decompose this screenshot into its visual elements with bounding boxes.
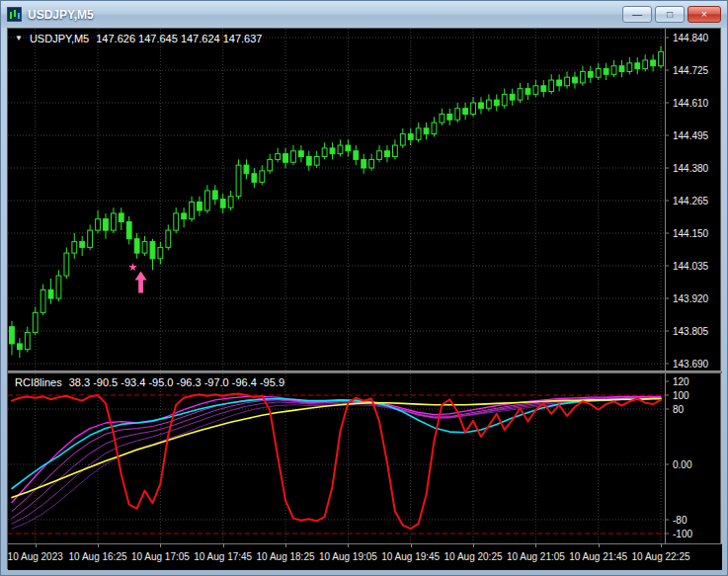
indicator-scale-label: 0.00 [673,459,692,470]
candle-body [494,100,499,106]
candle-body [276,154,281,160]
candle-body [10,327,15,344]
candle-body [518,89,523,100]
minimize-button[interactable]: — [622,6,652,23]
price-chart-panel[interactable]: 144.840144.725144.610144.495144.380144.2… [8,29,722,370]
restore-button[interactable]: □ [655,6,685,23]
candle-body [479,103,484,109]
candle-body [220,200,225,208]
time-label: 10 Aug 17:45 [194,551,252,562]
candle-body [611,66,616,75]
price-scale-label: 143.690 [673,359,709,370]
price-scale-label: 144.840 [673,33,709,43]
buy-arrow-icon [135,271,147,292]
indicator-scale-label: 100 [673,390,689,401]
candle-body [314,157,319,166]
candle-body [283,154,288,163]
indicator-scale-label: 120 [673,376,689,387]
symbol-period-label: USDJPY,M5 [30,33,89,44]
indicator-panel[interactable]: 120100800.00-80-100 RCI8lines 38.3 -90.5… [8,373,722,543]
window-title: USDJPY,M5 [28,8,94,22]
candle-body [362,159,366,168]
price-scale-label: 144.035 [673,261,709,272]
time-label: 10 Aug 18:25 [257,551,315,562]
candle-body [392,145,397,156]
candle-body [72,242,77,253]
candle-body [150,242,155,259]
candle-body [354,151,359,160]
candle-body [659,51,664,65]
ohlc-values: 147.626 147.645 147.624 147.637 [96,33,262,44]
candle-body [228,197,233,207]
candle-body [627,63,632,72]
indicator-name: RCI8lines [15,376,62,388]
candle-body [377,151,382,160]
candle-body [619,66,624,72]
candle-body [111,213,116,230]
candle-body [416,128,421,139]
title-bar[interactable]: USDJPY,M5 — □ × [1,1,727,28]
candle-body [643,60,648,69]
close-button[interactable]: × [688,6,721,23]
chart-client-area: 144.840144.725144.610144.495144.380144.2… [7,28,721,569]
candle-body [424,128,429,134]
indicator-scale-label: -80 [673,515,688,526]
candle-body [604,69,608,75]
signal-star-icon [128,263,137,271]
candle-body [158,247,163,258]
candle-body [502,94,507,105]
candle-body [298,151,303,157]
candle-body [635,63,640,69]
candle-body [330,148,335,154]
candle-body [565,77,570,86]
time-label: 10 Aug 21:45 [569,551,627,562]
candle-body [25,332,30,349]
time-axis[interactable]: 10 Aug 202310 Aug 16:2510 Aug 17:0510 Au… [8,543,722,570]
time-label: 10 Aug 22:25 [632,551,690,562]
candle-body [596,69,601,78]
price-scale-label: 144.265 [673,196,709,206]
candle-body [119,213,123,222]
candle-body [260,171,265,182]
rci-red-line [12,394,661,529]
candle-body [432,123,437,133]
candle-body [48,289,53,298]
candle-body [182,213,187,219]
candle-body [236,165,241,197]
candle-body [447,114,452,120]
time-tick [473,544,474,547]
candle-body [126,222,131,239]
time-tick [599,544,600,547]
candle-body [40,289,45,312]
candle-body [346,145,351,151]
mt4-chart-window: USDJPY,M5 — □ × 144.840144.725144.610144… [0,0,728,576]
candle-body [533,86,538,95]
indicator-scale-label: 80 [673,404,685,415]
price-chart-svg: 144.840144.725144.610144.495144.380144.2… [8,29,722,370]
indicator-values: 38.3 -90.5 -93.4 -95.0 -96.3 -97.0 -96.4… [69,376,284,388]
chart-window-icon [7,7,22,22]
collapse-triangle-icon[interactable]: ▼ [15,35,23,42]
time-tick [36,544,37,547]
candle-body [291,151,296,162]
indicator-scale-label: -100 [673,529,692,539]
window-controls: — □ × [622,6,721,23]
time-tick [285,544,286,547]
candle-body [244,165,249,174]
candle-body [440,114,445,123]
time-tick [223,544,224,547]
candle-body [306,157,311,166]
time-tick [348,544,349,547]
candle-body [486,100,491,109]
indicator-svg: 120100800.00-80-100 [8,373,722,543]
price-scale-label: 144.725 [673,65,709,76]
candle-body [96,219,101,230]
candle-body [88,230,93,247]
price-scale-label: 143.805 [673,326,709,337]
time-label: 10 Aug 17:05 [131,551,190,562]
candle-body [455,109,460,120]
time-tick [535,544,536,547]
time-label: 10 Aug 19:05 [319,551,377,562]
candle-body [17,344,22,350]
candle-body [463,109,468,115]
